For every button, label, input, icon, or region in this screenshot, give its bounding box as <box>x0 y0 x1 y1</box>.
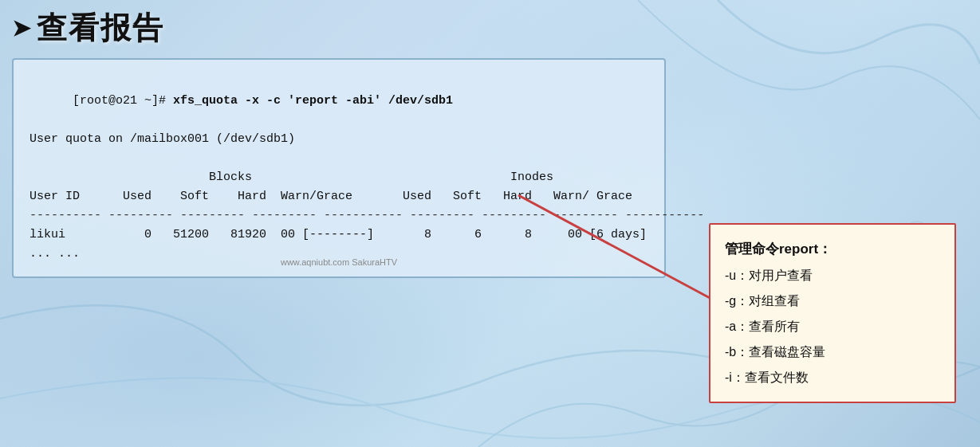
terminal-line-5: User ID Used Soft Hard Warn/Grace Used S… <box>30 187 648 206</box>
command-text: xfs_quota -x -c 'report -abi' /dev/sdb1 <box>173 94 453 108</box>
annotation-box: 管理命令report： -u：对用户查看 -g：对组查看 -a：查看所有 -b：… <box>709 223 956 403</box>
prompt: [root@o21 ~]# <box>73 94 173 108</box>
terminal-box: [root@o21 ~]# xfs_quota -x -c 'report -a… <box>12 58 666 278</box>
annotation-item-g: -g：对组查看 <box>725 288 940 314</box>
terminal-line-1: [root@o21 ~]# xfs_quota -x -c 'report -a… <box>30 73 648 130</box>
terminal-separator: ---------- --------- --------- ---------… <box>30 206 648 225</box>
terminal-data-row: likui 0 51200 81920 00 [--------] 8 6 8 … <box>30 225 648 245</box>
annotation-item-b: -b：查看磁盘容量 <box>725 339 940 365</box>
annotation-item-a: -a：查看所有 <box>725 314 940 339</box>
terminal-line-2: User quota on /mailbox001 (/dev/sdb1) <box>30 130 648 149</box>
page-title-container: ➤ 查看报告 <box>12 8 968 49</box>
terminal-line-4: Blocks Inodes <box>30 168 648 187</box>
title-arrow-icon: ➤ <box>12 15 30 41</box>
annotation-item-u: -u：对用户查看 <box>725 263 940 288</box>
annotation-item-i: -i：查看文件数 <box>725 365 940 390</box>
watermark: www.aqniubt.com SakuraHTV <box>281 256 397 270</box>
page-title: 查看报告 <box>37 8 164 49</box>
annotation-title: 管理命令report： <box>725 241 832 257</box>
terminal-line-3 <box>30 149 648 168</box>
